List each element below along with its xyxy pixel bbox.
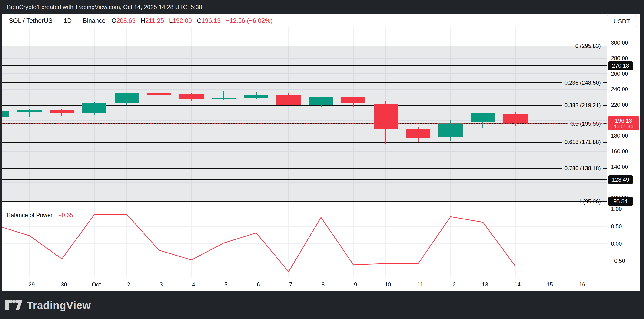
attribution-text: BeInCrypto1 created with TradingView.com…	[7, 4, 202, 10]
time-label-15: 15	[546, 281, 553, 288]
time-label-29: 29	[28, 281, 35, 288]
ohlc-H: H211.25	[141, 17, 164, 24]
price-line-badge: 270.18	[608, 62, 633, 70]
chart-card: SOL / TetherUS · 1D · Binance O208.69H21…	[2, 14, 640, 291]
tradingview-snapshot: BeInCrypto1 created with TradingView.com…	[0, 0, 644, 319]
ohlc-C: C196.13	[197, 17, 221, 24]
time-label-6: 6	[257, 281, 260, 288]
change-value: −12.56 (−6.02%)	[226, 17, 272, 24]
indicator-tick-label: −0.50	[611, 258, 625, 264]
indicator-legend[interactable]: Balance of Power −0.65	[7, 212, 73, 218]
price-line-badge: 123.49	[608, 175, 633, 184]
interval-label: 1D	[64, 17, 72, 24]
time-label-4: 4	[192, 281, 195, 288]
time-label-5: 5	[224, 281, 228, 288]
separator-dot: ·	[76, 17, 78, 24]
attribution-bar: BeInCrypto1 created with TradingView.com…	[0, 0, 644, 14]
price-tick-label: 260.00	[611, 70, 628, 77]
indicator-tick-label: 0.00	[611, 240, 622, 247]
time-label-8: 8	[322, 281, 324, 288]
price-tick-label: 140.00	[611, 164, 628, 170]
symbol-title: SOL / TetherUS · 1D · Binance	[9, 17, 106, 24]
balance-of-power-line	[2, 28, 607, 277]
time-label-30: 30	[61, 281, 67, 288]
price-tick-label: 240.00	[611, 86, 628, 92]
tradingview-wordmark: TradingView	[27, 299, 91, 312]
price-tick-label: 280.00	[611, 55, 628, 62]
price-tick-label: 180.00	[611, 132, 628, 139]
time-label-oct: Oct	[92, 281, 101, 288]
last-price-line	[2, 123, 607, 124]
tradingview-logo-icon	[5, 300, 23, 311]
ohlc-values: O208.69H211.25L192.00C196.13	[112, 17, 221, 24]
price-line-badge: 95.54	[608, 197, 633, 206]
indicator-tick-label: 1.00	[611, 206, 622, 212]
time-label-13: 13	[482, 281, 488, 288]
time-label-9: 9	[354, 281, 357, 288]
price-tick-label: 160.00	[611, 148, 628, 154]
time-axis[interactable]: 2930Oct2345678910111213141516	[2, 277, 640, 292]
chart-header: SOL / TetherUS · 1D · Binance O208.69H21…	[2, 14, 640, 28]
time-label-2: 2	[127, 281, 130, 288]
footer-bar: TradingView	[0, 291, 644, 319]
exchange-label: Binance	[83, 17, 106, 24]
time-label-10: 10	[385, 281, 391, 288]
price-tick-label: 220.00	[611, 102, 628, 108]
price-axis[interactable]: 300.00280.00260.00240.00220.00200.00180.…	[607, 28, 640, 277]
time-label-7: 7	[289, 281, 292, 288]
ohlc-L: L192.00	[169, 17, 192, 24]
ohlc-O: O208.69	[112, 17, 136, 24]
time-label-11: 11	[417, 281, 423, 288]
currency-toggle-button[interactable]: USDT	[606, 15, 637, 28]
time-label-12: 12	[450, 281, 456, 288]
time-label-3: 3	[160, 281, 163, 288]
indicator-tick-label: 0.50	[611, 223, 622, 230]
time-label-16: 16	[579, 281, 586, 288]
time-label-14: 14	[514, 281, 520, 288]
chart-plot-area[interactable]: 0 (295.83)0.236 (248.50)0.382 (219.21)0.…	[2, 28, 607, 277]
price-tick-label: 300.00	[611, 40, 628, 46]
indicator-value: −0.65	[58, 212, 73, 218]
last-price-badge: 196.1315:01:34	[608, 116, 639, 130]
separator-dot: ·	[57, 17, 59, 24]
indicator-title: Balance of Power	[7, 212, 52, 218]
